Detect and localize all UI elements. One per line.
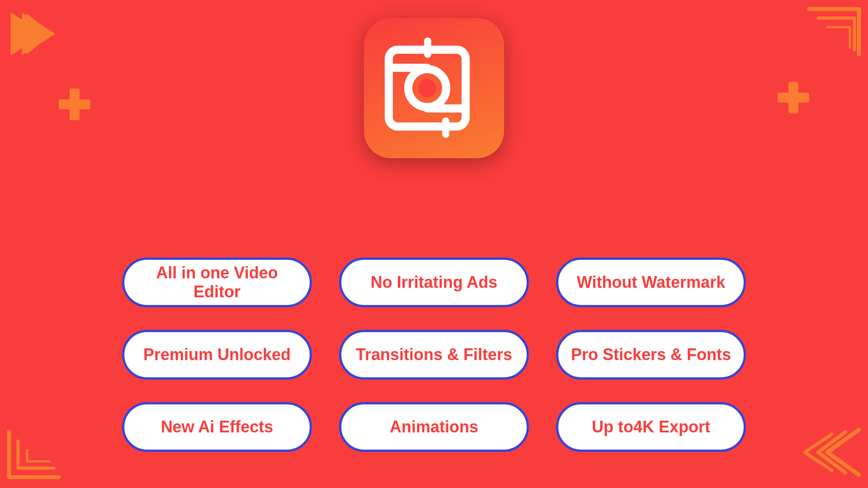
svg-marker-3 [23, 14, 54, 54]
btn-4k-export[interactable]: Up to4K Export [556, 402, 746, 452]
corner-bottom-left-decoration [5, 427, 63, 483]
btn-no-watermark[interactable]: Without Watermark [556, 258, 746, 307]
app-icon [364, 18, 504, 158]
corner-bottom-right-decoration [791, 423, 863, 483]
btn-all-in-one[interactable]: All in one Video Editor [122, 258, 312, 307]
btn-stickers[interactable]: Pro Stickers & Fonts [556, 330, 746, 380]
svg-rect-7 [424, 38, 431, 58]
svg-point-6 [418, 79, 436, 97]
play-arrows-decoration [9, 9, 68, 61]
btn-no-ads[interactable]: No Irritating Ads [339, 258, 529, 307]
btn-animations[interactable]: Animations [339, 402, 529, 452]
svg-rect-8 [442, 117, 449, 138]
btn-premium[interactable]: Premium Unlocked [122, 330, 312, 380]
plus-decoration-right [778, 79, 809, 120]
corner-top-right-decoration [805, 5, 863, 61]
plus-decoration-left [59, 86, 90, 127]
features-grid: All in one Video Editor No Irritating Ad… [122, 258, 746, 452]
btn-transitions[interactable]: Transitions & Filters [339, 330, 529, 380]
btn-ai-effects[interactable]: New Ai Effects [122, 402, 312, 452]
